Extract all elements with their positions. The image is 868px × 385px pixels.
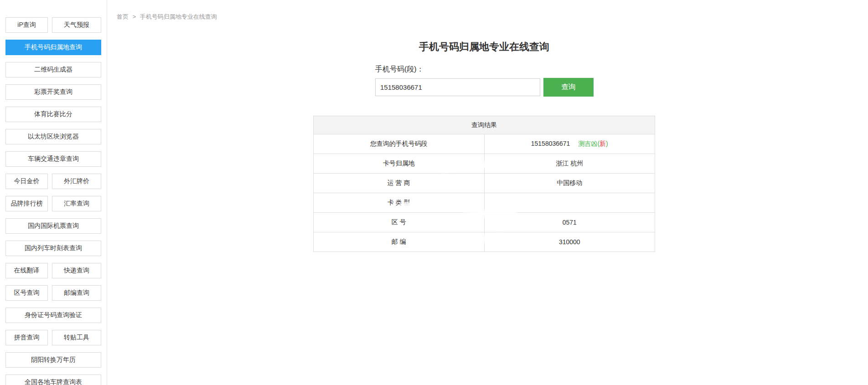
breadcrumb: 首页 > 手机号码归属地专业在线查询	[108, 0, 868, 21]
row-label-carrier: 运 营 商	[314, 174, 485, 193]
row-label-card-location: 卡号归属地	[314, 154, 485, 174]
sidebar-item-traffic-violation[interactable]: 车辆交通违章查询	[5, 151, 101, 167]
result-table-header: 查询结果	[314, 116, 655, 134]
sidebar-item-phone-location[interactable]: 手机号码归属地查询	[5, 40, 101, 55]
fortune-test-link[interactable]: 测吉凶(新)	[578, 140, 608, 147]
phone-input-label: 手机号码(段)：	[375, 65, 655, 74]
breadcrumb-separator: >	[133, 13, 136, 20]
sidebar-item-id-card-verify[interactable]: 身份证号码查询验证	[5, 308, 101, 323]
phone-number-input[interactable]	[375, 78, 540, 96]
sidebar-item-lunar-calendar[interactable]: 阴阳转换万年历	[5, 352, 101, 368]
table-row: 卡 类 型	[314, 193, 655, 213]
sidebar-item-postcode-query[interactable]: 邮编查询	[52, 285, 101, 301]
sidebar-item-train-schedule[interactable]: 国内列车时刻表查询	[5, 241, 101, 256]
sidebar-item-ip-query[interactable]: iP查询	[5, 17, 48, 33]
row-label-postcode: 邮 编	[314, 232, 485, 252]
sidebar-item-area-code-query[interactable]: 区号查询	[5, 285, 48, 301]
sidebar-item-forex-price[interactable]: 外汇牌价	[52, 174, 101, 189]
row-value-card-location: 浙江 杭州	[484, 154, 655, 174]
table-row: 邮 编 310000	[314, 232, 655, 252]
table-row: 卡号归属地 浙江 杭州	[314, 154, 655, 174]
sidebar-item-pinyin-query[interactable]: 拼音查询	[5, 330, 48, 345]
row-value-carrier: 中国移动	[484, 174, 655, 193]
sidebar-item-flight-query[interactable]: 国内国际机票查询	[5, 218, 101, 234]
sidebar-item-exchange-rate[interactable]: 汇率查询	[52, 196, 101, 211]
sidebar-item-gold-price[interactable]: 今日金价	[5, 174, 48, 189]
sidebar-item-ethereum-explorer[interactable]: 以太坊区块浏览器	[5, 129, 101, 144]
sidebar-item-brand-ranking[interactable]: 品牌排行榜	[5, 196, 48, 211]
row-label-card-type: 卡 类 型	[314, 193, 485, 213]
table-row: 区 号 0571	[314, 213, 655, 232]
row-value-postcode: 310000	[484, 232, 655, 252]
sidebar-item-express-tracking[interactable]: 快递查询	[52, 263, 101, 278]
row-value-card-type	[484, 193, 655, 213]
result-table: 查询结果 您查询的手机号码段 15158036671测吉凶(新) 卡号归属地 浙…	[313, 116, 655, 252]
table-row: 您查询的手机号码段 15158036671测吉凶(新)	[314, 134, 655, 154]
sidebar-item-weather[interactable]: 天气预报	[52, 17, 101, 33]
main-content: 首页 > 手机号码归属地专业在线查询 手机号码归属地专业在线查询 手机号码(段)…	[108, 0, 868, 385]
table-row: 运 营 商 中国移动	[314, 174, 655, 193]
sidebar-item-online-translate[interactable]: 在线翻译	[5, 263, 48, 278]
row-label-area-code: 区 号	[314, 213, 485, 232]
query-form: 查询	[375, 78, 655, 97]
row-label-phone-segment: 您查询的手机号码段	[314, 134, 485, 154]
breadcrumb-current: 手机号码归属地专业在线查询	[140, 13, 217, 20]
row-value-area-code: 0571	[484, 213, 655, 232]
sidebar-item-sports-score[interactable]: 体育比赛比分	[5, 107, 101, 122]
query-button[interactable]: 查询	[543, 78, 594, 97]
sidebar-item-repost-tool[interactable]: 转贴工具	[52, 330, 101, 345]
sidebar-item-lottery-results[interactable]: 彩票开奖查询	[5, 84, 101, 100]
sidebar-item-license-plate-table[interactable]: 全国各地车牌查询表	[5, 375, 101, 385]
sidebar-item-qrcode-generator[interactable]: 二维码生成器	[5, 62, 101, 77]
new-badge: 新	[599, 140, 606, 147]
page-title: 手机号码归属地专业在线查询	[313, 40, 655, 54]
breadcrumb-home-link[interactable]: 首页	[117, 13, 129, 20]
row-value-phone-segment: 15158036671	[531, 140, 570, 147]
tools-sidebar: iP查询 天气预报 手机号码归属地查询 二维码生成器 彩票开奖查询 体育比赛比分…	[0, 0, 107, 385]
